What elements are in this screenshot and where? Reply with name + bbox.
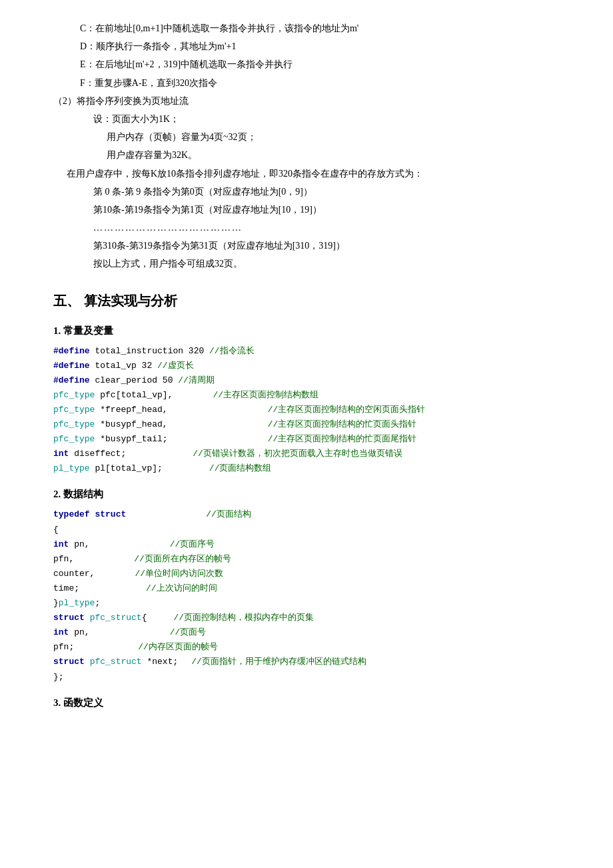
intro-line-c: C：在前地址[0,m+1]中随机选取一条指令并执行，该指令的地址为m': [53, 20, 573, 37]
code-line-1: #define total_instruction 320 //指令流长: [53, 344, 573, 359]
intro-line-d: D：顺序执行一条指令，其地址为m'+1: [53, 38, 573, 55]
sub2-code: typedef struct//页面结构 { int pn,//页面序号 pfn…: [53, 507, 573, 684]
intro-line-p1: 第10条-第19条指令为第1页（对应虚存地址为[10，19]）: [53, 201, 573, 218]
code-brace-close: };: [53, 670, 573, 685]
intro-line-set1: 设：页面大小为1K；: [53, 111, 573, 127]
code-line-6: pfc_type *busypf_head,//主存区页面控制结构的忙页面头指针: [53, 417, 573, 432]
code-pfn2: pfn;//内存区页面的帧号: [53, 640, 573, 655]
sub1-code: #define total_instruction 320 //指令流长 #de…: [53, 344, 573, 477]
intro-line-f: F：重复步骤A-E，直到320次指令: [53, 75, 573, 91]
intro-section: C：在前地址[0,m+1]中随机选取一条指令并执行，该指令的地址为m' D：顺序…: [53, 20, 573, 273]
code-line-5: pfc_type *freepf_head,//主存区页面控制结构的空闲页面头指…: [53, 403, 573, 417]
intro-line-set2: 用户内存（页帧）容量为4页~32页；: [53, 129, 573, 145]
code-line-3: #define clear_period 50 //清周期: [53, 373, 573, 388]
code-line-2: #define total_vp 32 //虚页长: [53, 359, 573, 373]
code-line-8: int diseffect;//页错误计数器，初次把页面载入主存时也当做页错误: [53, 447, 573, 461]
code-int-pn2: int pn,//页面号: [53, 625, 573, 640]
section5-title: 五、 算法实现与分析: [53, 289, 573, 313]
sub2-title: 2. 数据结构: [53, 485, 573, 503]
intro-line-summary: 按以上方式，用户指令可组成32页。: [53, 255, 573, 272]
code-struct-pfc: struct pfc_struct{//页面控制结构，模拟内存中的页集: [53, 611, 573, 625]
intro-dots: ……………………………………: [53, 219, 573, 236]
intro-line-p31: 第310条-第319条指令为第31页（对应虚存地址为[310，319]）: [53, 237, 573, 254]
code-struct-ptr: struct pfc_struct *next;//页面指针，用于维护内存缓冲区…: [53, 655, 573, 669]
sub3-title: 3. 函数定义: [53, 694, 573, 712]
code-pfn: pfn,//页面所在内存区的帧号: [53, 552, 573, 567]
code-counter: counter,//单位时间内访问次数: [53, 567, 573, 581]
code-pl-type: }pl_type;: [53, 596, 573, 611]
code-brace-open: {: [53, 523, 573, 537]
code-line-9: pl_type pl[total_vp];//页面结构数组: [53, 461, 573, 476]
intro-line-desc: 在用户虚存中，按每K放10条指令排列虚存地址，即320条指令在虚存中的存放方式为…: [53, 165, 573, 182]
intro-line-set3: 用户虚存容量为32K。: [53, 147, 573, 163]
code-time: time;//上次访问的时间: [53, 581, 573, 596]
sub1-title: 1. 常量及变量: [53, 322, 573, 340]
code-line-4: pfc_type pfc[total_vp],//主存区页面控制结构数组: [53, 388, 573, 403]
code-line-7: pfc_type *busypf_tail;//主存区页面控制结构的忙页面尾指针: [53, 432, 573, 447]
intro-line-e: E：在后地址[m'+2，319]中随机选取一条指令并执行: [53, 56, 573, 73]
intro-line-p0: 第 0 条-第 9 条指令为第0页（对应虚存地址为[0，9]）: [53, 183, 573, 200]
intro-line-2: （2）将指令序列变换为页地址流: [53, 93, 573, 109]
code-typedef: typedef struct//页面结构: [53, 507, 573, 522]
code-int-pn: int pn,//页面序号: [53, 537, 573, 552]
